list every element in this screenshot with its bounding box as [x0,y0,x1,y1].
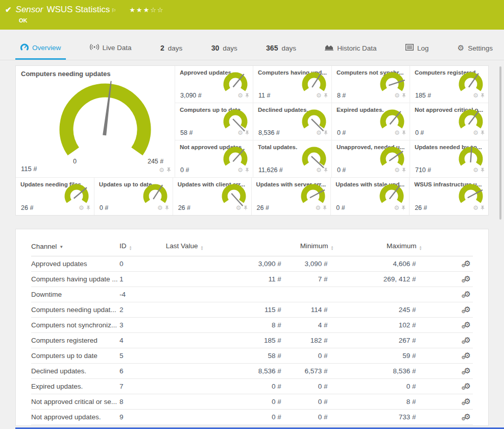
gauge-tile[interactable]: Updates up to date. 0 #⚙ [94,178,173,215]
gauge-tile[interactable]: Approved updates 3,090 #⚙ [175,66,253,103]
gauge-tile[interactable]: Updates with stale upd... 0 #⚙ [331,178,410,215]
gear-icon[interactable]: ⚙ [316,167,322,173]
gauge-tile[interactable]: Updates with server err... 26 #⚙ [252,178,331,215]
table-row[interactable]: Expired updates.70 #0 #0 #⚙⚙ [31,378,473,394]
pin-icon[interactable] [166,165,172,175]
tab-log[interactable]: Log [400,38,434,60]
cell-channel[interactable]: Approved updates [31,256,119,271]
pin-icon[interactable] [401,128,406,137]
pin-icon[interactable] [480,203,485,212]
table-row[interactable]: Computers registered4185 #182 #267 #⚙⚙ [31,332,473,348]
table-row[interactable]: Declined updates.68,536 #6,573 #8,536 #⚙… [31,363,473,378]
pin-icon[interactable] [323,165,328,175]
tab-live-data[interactable]: Live Data [85,37,137,60]
gear-icon[interactable]: ⚙ [159,167,164,173]
channel-settings-gears-icon[interactable]: ⚙⚙ [464,259,471,268]
gear-icon[interactable]: ⚙ [473,205,478,211]
gauge-tile[interactable]: Updates needed by co... 710 #⚙ [410,140,488,178]
pin-icon[interactable] [401,203,406,212]
cell-channel[interactable]: Computers registered [31,332,119,348]
table-row[interactable]: Approved updates03,090 #3,090 #4,606 #⚙⚙ [31,256,473,271]
pin-icon[interactable] [243,203,248,212]
gear-icon[interactable]: ⚙ [394,130,400,136]
gauge-tile[interactable]: WSUS infrastructure u... 26 #⚙ [410,178,488,215]
table-row[interactable]: Not approved updates.90 #0 #733 #⚙⚙ [31,409,473,424]
tab-30-days[interactable]: 30days [206,38,243,60]
gear-icon[interactable]: ⚙ [316,205,321,211]
gear-icon[interactable]: ⚙ [157,205,163,211]
cell-channel[interactable]: Declined updates. [31,363,119,378]
cell-channel[interactable]: Computers up to date [31,348,119,363]
pin-icon[interactable] [480,91,485,100]
gear-icon[interactable]: ⚙ [237,167,243,173]
gauge-tile[interactable]: Not approved updates 0 #⚙ [175,140,253,178]
channel-settings-gears-icon[interactable]: ⚙⚙ [464,351,471,360]
gear-icon[interactable]: ⚙ [394,205,399,211]
tab-365-days[interactable]: 365days [261,38,301,60]
scrollbar-thumb[interactable] [499,66,501,220]
gauge-tile[interactable]: Not approved critical o... 0 #⚙ [410,103,488,140]
gear-icon[interactable]: ⚙ [316,92,322,99]
gear-icon[interactable]: ⚙ [237,130,243,136]
cell-channel[interactable]: Not approved critical or se... [31,394,119,409]
gear-icon[interactable]: ⚙ [394,167,400,173]
column-header-minimum[interactable]: Minimum▲▼ [287,237,334,256]
table-row[interactable]: Downtime-4⚙⚙ [31,287,473,302]
table-row[interactable]: Computers up to date558 #0 #59 #⚙⚙ [31,348,473,363]
cell-channel[interactable]: Computers needing updat... [31,302,119,317]
column-header-channel[interactable]: Channel▼ [31,237,119,256]
gauge-tile[interactable]: Unapproved, needed u... 0 #⚙ [332,140,410,178]
flag-icon[interactable]: ⚐ [111,8,116,13]
gear-icon[interactable]: ⚙ [473,130,478,136]
pin-icon[interactable] [323,128,328,137]
table-row[interactable]: Computers needing updat...2115 #114 #245… [31,302,473,317]
cell-channel[interactable]: Not approved updates. [31,409,119,424]
cell-channel[interactable]: Expired updates. [31,378,119,394]
priority-stars[interactable]: ★★★☆☆ [129,6,164,14]
channel-settings-gears-icon[interactable]: ⚙⚙ [464,412,471,421]
gauge-tile[interactable]: Computers up to date 58 #⚙ [175,103,253,140]
gear-icon[interactable]: ⚙ [394,92,400,99]
gear-icon[interactable]: ⚙ [316,130,322,136]
table-row[interactable]: Computers having update ...111 #7 #269, … [31,271,473,287]
gauge-tile[interactable]: Updates needing files. 26 #⚙ [16,178,94,215]
cell-channel[interactable]: Downtime [31,287,119,302]
gauge-tile[interactable]: Computers having upd... 11 #⚙ [253,66,332,103]
pin-icon[interactable] [245,91,250,100]
table-row[interactable]: Not approved critical or se...80 #0 #8 #… [31,394,473,409]
tab-settings[interactable]: ⚙Settings [452,38,498,60]
column-header-id[interactable]: ID▲▼ [119,237,166,256]
tab-historic-data[interactable]: Historic Data [320,38,381,60]
gear-icon[interactable]: ⚙ [473,92,478,99]
pin-icon[interactable] [401,165,406,175]
channel-settings-gears-icon[interactable]: ⚙⚙ [464,397,471,406]
channel-settings-gears-icon[interactable]: ⚙⚙ [464,290,471,299]
gauge-tile[interactable]: Computers registered 185 #⚙ [410,66,488,103]
pin-icon[interactable] [480,165,485,175]
cell-channel[interactable]: Computers not synchroniz... [31,317,119,332]
gear-icon[interactable]: ⚙ [236,205,242,211]
channel-settings-gears-icon[interactable]: ⚙⚙ [464,336,471,345]
pin-icon[interactable] [480,128,485,137]
channel-settings-gears-icon[interactable]: ⚙⚙ [464,366,471,375]
channel-settings-gears-icon[interactable]: ⚙⚙ [464,305,471,314]
channel-settings-gears-icon[interactable]: ⚙⚙ [464,320,471,329]
gear-icon[interactable]: ⚙ [237,92,243,99]
gauge-tile[interactable]: Total updates. 11,626 #⚙ [253,140,332,178]
main-gauge-tile[interactable]: Computers needing updates 0 245 # 115 # … [16,66,175,178]
tab-overview[interactable]: Overview [15,37,66,60]
table-row[interactable]: Computers not synchroniz...38 #4 #102 #⚙… [31,317,473,332]
gauge-tile[interactable]: Computers not synchr... 8 #⚙ [332,66,410,103]
column-header-last-value[interactable]: Last Value▲▼ [166,237,287,256]
channel-settings-gears-icon[interactable]: ⚙⚙ [464,274,471,283]
gauge-tile[interactable]: Declined updates. 8,536 #⚙ [253,103,332,140]
channel-settings-gears-icon[interactable]: ⚙⚙ [464,382,471,391]
gear-icon[interactable]: ⚙ [473,167,478,173]
pin-icon[interactable] [86,203,91,212]
pin-icon[interactable] [245,165,250,175]
pin-icon[interactable] [164,203,170,212]
pin-icon[interactable] [323,91,328,100]
pin-icon[interactable] [401,91,406,100]
column-header-maximum[interactable]: Maximum▲▼ [334,237,422,256]
gauge-tile[interactable]: Expired updates. 0 #⚙ [332,103,410,140]
